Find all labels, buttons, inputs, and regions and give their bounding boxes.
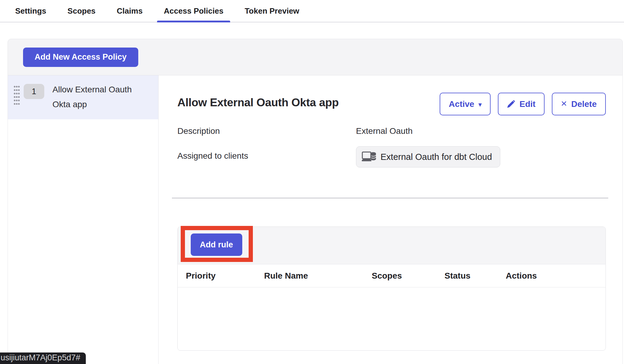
policy-toolbar: Add New Access Policy: [8, 39, 622, 75]
policy-list-sidebar: 1 Allow External Oauth Okta app: [8, 75, 159, 364]
assigned-client-chip[interactable]: External Oauth for dbt Cloud: [356, 146, 500, 167]
column-header-actions: Actions: [506, 264, 537, 287]
assigned-clients-label: Assigned to clients: [177, 151, 356, 161]
annotation-highlight-box: Add rule: [181, 226, 253, 262]
pencil-icon: [507, 100, 515, 108]
policy-detail-header: Allow External Oauth Okta app Active ▾ E…: [177, 93, 606, 115]
policy-title: Allow External Oauth Okta app: [177, 96, 339, 109]
description-label: Description: [177, 126, 356, 136]
status-dropdown-button[interactable]: Active ▾: [440, 93, 491, 115]
policy-actions: Active ▾ Edit × Delete: [440, 93, 606, 115]
tab-access-policies[interactable]: Access Policies: [157, 0, 230, 22]
policy-name-label: Allow External Oauth Okta app: [52, 82, 143, 112]
description-row: Description External Oauth: [177, 126, 606, 136]
delete-button-label: Delete: [571, 99, 597, 109]
rules-card: Add rule Priority Rule Name Scopes Statu…: [177, 227, 606, 351]
column-header-priority: Priority: [186, 264, 216, 287]
chevron-down-icon: ▾: [478, 101, 481, 108]
edit-button[interactable]: Edit: [498, 93, 545, 115]
column-header-rule-name: Rule Name: [264, 264, 308, 287]
rules-table-empty-body: [178, 287, 606, 350]
panel-body: 1 Allow External Oauth Okta app Allow Ex…: [8, 75, 622, 364]
tab-scopes[interactable]: Scopes: [61, 0, 102, 22]
client-app-icon: [362, 151, 376, 163]
rules-toolbar: Add rule: [178, 227, 606, 264]
section-divider: [172, 198, 608, 198]
assigned-client-label: External Oauth for dbt Cloud: [381, 152, 492, 162]
tab-token-preview[interactable]: Token Preview: [238, 0, 306, 22]
description-value: External Oauth: [356, 126, 413, 136]
policy-detail: Allow External Oauth Okta app Active ▾ E…: [159, 75, 622, 364]
rules-table-header: Priority Rule Name Scopes Status Actions: [178, 264, 606, 287]
edit-button-label: Edit: [519, 99, 535, 109]
access-policies-panel: Add New Access Policy 1 Allow External O…: [8, 39, 623, 364]
policy-order-badge: 1: [24, 84, 44, 99]
policy-list-item[interactable]: 1 Allow External Oauth Okta app: [8, 75, 158, 119]
add-new-access-policy-button[interactable]: Add New Access Policy: [23, 48, 138, 67]
tab-claims[interactable]: Claims: [110, 0, 149, 22]
assigned-clients-row: Assigned to clients: [177, 151, 606, 167]
column-header-status: Status: [445, 264, 471, 287]
close-icon: ×: [561, 98, 567, 109]
tab-bar: Settings Scopes Claims Access Policies T…: [0, 0, 624, 22]
column-header-scopes: Scopes: [372, 264, 402, 287]
status-dropdown-label: Active: [449, 99, 474, 109]
tab-settings[interactable]: Settings: [8, 0, 53, 22]
drag-handle-icon[interactable]: [14, 86, 20, 105]
delete-button[interactable]: × Delete: [552, 93, 606, 115]
add-rule-button[interactable]: Add rule: [191, 233, 242, 256]
link-status-tooltip: usijiutarM7Aj0Ep5d7#: [0, 352, 86, 364]
